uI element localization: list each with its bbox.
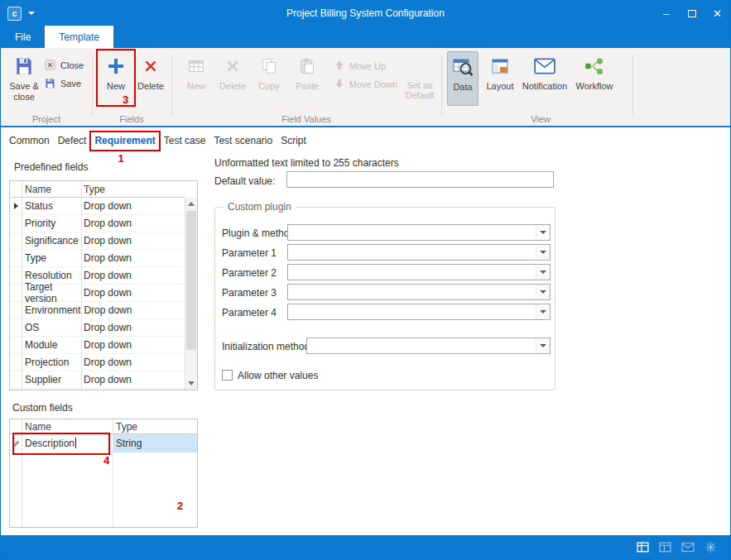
status-notification-icon[interactable] (681, 542, 695, 553)
cell-name[interactable]: Environment (22, 304, 80, 316)
delete-field-label: Delete (137, 81, 164, 92)
cell-type[interactable]: Drop down (80, 357, 185, 368)
cell-name[interactable]: Priority (22, 218, 80, 229)
table-row[interactable]: PriorityDrop down (10, 215, 185, 232)
quick-access-chevron-icon[interactable] (28, 12, 35, 15)
cell-type[interactable]: Drop down (80, 252, 185, 264)
cell-name[interactable]: Status (22, 200, 80, 212)
set-as-default-button[interactable]: Set as Default (397, 80, 442, 100)
cell-type[interactable]: Drop down (80, 270, 185, 281)
close-template-button[interactable]: Close (44, 57, 84, 74)
table-row[interactable]: Target versionDrop down (10, 285, 185, 302)
cell-name[interactable]: OS (22, 322, 80, 333)
table-row[interactable]: Status Drop down (10, 198, 185, 215)
view-workflow-button[interactable]: Workflow (571, 51, 618, 106)
tab-file[interactable]: File (1, 26, 45, 48)
scroll-up-button[interactable] (185, 198, 197, 210)
window-controls: – ✕ (653, 1, 730, 26)
close-icon: ✕ (713, 7, 722, 20)
cell-type-selected[interactable]: String (113, 434, 197, 452)
scrollbar-thumb[interactable] (186, 211, 196, 350)
tab-common[interactable]: Common (9, 134, 50, 147)
dropdown-button[interactable] (536, 304, 550, 319)
cell-type[interactable]: Drop down (80, 339, 185, 351)
close-button[interactable]: ✕ (705, 1, 730, 26)
view-notification-button[interactable]: Notification (521, 51, 569, 106)
status-layout-icon[interactable] (659, 541, 671, 553)
dropdown-button[interactable] (536, 245, 550, 260)
copy-label: Copy (258, 81, 280, 92)
table-row-editing[interactable]: Description String (10, 434, 197, 452)
minimize-button[interactable]: – (653, 1, 679, 26)
new-field-button[interactable]: New 3 (98, 51, 134, 106)
new-value-button[interactable]: New (179, 51, 214, 106)
status-workflow-icon[interactable] (705, 541, 717, 553)
vertical-scrollbar[interactable] (185, 198, 197, 390)
app-icon[interactable]: c (7, 7, 22, 21)
status-data-icon[interactable] (637, 541, 649, 553)
tab-script[interactable]: Script (281, 134, 306, 147)
move-up-button[interactable]: Move Up (334, 58, 386, 74)
group-label-fields: Fields (92, 114, 171, 124)
cell-name[interactable]: Target version (22, 281, 80, 304)
cell-type[interactable]: Drop down (80, 304, 185, 316)
cell-type[interactable]: Drop down (80, 200, 185, 212)
cell-name[interactable]: Supplier (22, 374, 80, 385)
new-field-label: New (107, 81, 125, 92)
cell-name[interactable]: Projection (22, 357, 80, 368)
table-row[interactable]: TypeDrop down (10, 250, 185, 267)
table-row[interactable]: ProjectionDrop down (10, 354, 185, 371)
table-row[interactable]: SupplierDrop down (10, 371, 185, 389)
dropdown-button[interactable] (536, 265, 550, 280)
scroll-down-button[interactable] (185, 377, 197, 390)
cell-type[interactable]: Drop down (80, 287, 185, 299)
delete-value-button[interactable]: Delete (215, 51, 250, 106)
paste-value-button[interactable]: Paste (290, 51, 325, 106)
view-layout-button[interactable]: Layout (482, 51, 518, 106)
column-header-type[interactable]: Type (113, 421, 197, 433)
column-header-type[interactable]: Type (80, 184, 185, 195)
move-down-button[interactable]: Move Down (334, 76, 397, 93)
delete-field-button[interactable]: Delete (134, 51, 167, 106)
dropdown-button[interactable] (536, 338, 550, 353)
table-row[interactable]: ModuleDrop down (10, 337, 185, 354)
tab-requirement[interactable]: Requirement 1 (94, 134, 155, 147)
dropdown-button[interactable] (536, 285, 550, 299)
cell-name-editing[interactable]: Description (22, 438, 113, 449)
parameter-1-combobox[interactable] (287, 244, 551, 261)
copy-value-button[interactable]: Copy (252, 51, 286, 106)
cell-name[interactable]: Type (22, 252, 80, 264)
current-row-arrow-icon (14, 203, 18, 209)
tab-template[interactable]: Template (45, 26, 113, 48)
column-header-name[interactable]: Name (22, 184, 80, 195)
cell-type[interactable]: Drop down (80, 235, 185, 246)
initialization-method-combobox[interactable] (306, 337, 551, 354)
cell-type[interactable]: Drop down (80, 322, 185, 333)
cell-name[interactable]: Resolution (22, 270, 80, 281)
save-close-icon (13, 51, 35, 81)
table-row[interactable]: EnvironmentDrop down (10, 302, 185, 319)
table-row[interactable]: SignificanceDrop down (10, 232, 185, 250)
view-data-label: Data (453, 82, 472, 93)
save-button[interactable]: Save (44, 75, 81, 92)
plugin-method-combobox[interactable] (287, 224, 551, 241)
parameter-4-combobox[interactable] (287, 304, 551, 320)
cell-name[interactable]: Module (22, 339, 80, 351)
tab-test-case[interactable]: Test case (164, 134, 206, 147)
tab-test-scenario[interactable]: Test scenario (214, 134, 272, 147)
column-header-name[interactable]: Name (22, 421, 113, 433)
tab-defect[interactable]: Defect (58, 134, 87, 147)
save-and-close-button[interactable]: Save &close (6, 51, 42, 106)
table-row[interactable]: OSDrop down (10, 319, 185, 337)
allow-other-values-checkbox[interactable] (222, 370, 233, 381)
cell-type[interactable]: Drop down (80, 218, 185, 229)
dropdown-button[interactable] (536, 225, 550, 240)
menu-tab-bar: File Template (1, 26, 730, 48)
cell-type[interactable]: Drop down (80, 374, 185, 385)
view-data-button[interactable]: Data (447, 51, 479, 106)
parameter-2-combobox[interactable] (287, 264, 551, 280)
default-value-input[interactable] (286, 171, 554, 188)
parameter-3-combobox[interactable] (287, 284, 551, 300)
maximize-button[interactable] (679, 1, 705, 26)
cell-name[interactable]: Significance (22, 235, 80, 246)
